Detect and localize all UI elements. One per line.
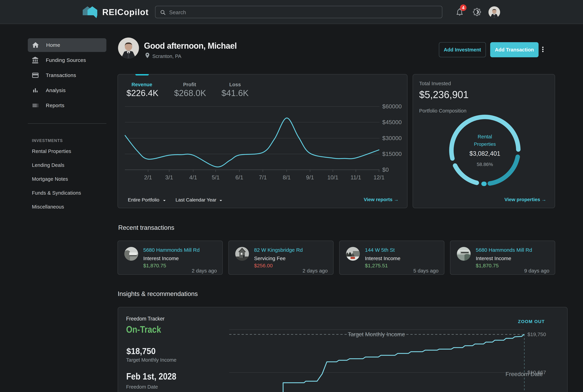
svg-text:$3,082,401: $3,082,401 bbox=[469, 150, 500, 157]
svg-text:$30000: $30000 bbox=[382, 135, 402, 141]
svg-text:4/1: 4/1 bbox=[189, 174, 197, 180]
svg-text:10/1: 10/1 bbox=[327, 174, 338, 180]
svg-text:2/1: 2/1 bbox=[144, 174, 152, 180]
svg-text:Target Monthly Income: Target Monthly Income bbox=[348, 331, 405, 338]
svg-text:$45000: $45000 bbox=[382, 119, 402, 125]
svg-text:$19,750: $19,750 bbox=[527, 332, 546, 337]
svg-text:8/1: 8/1 bbox=[283, 174, 291, 180]
svg-text:Freedom Date: Freedom Date bbox=[505, 371, 543, 377]
svg-text:12/1: 12/1 bbox=[373, 174, 384, 180]
svg-text:Properties: Properties bbox=[474, 142, 496, 147]
svg-text:5/1: 5/1 bbox=[212, 174, 220, 180]
svg-text:$15000: $15000 bbox=[382, 150, 402, 157]
svg-text:58.86%: 58.86% bbox=[477, 162, 493, 167]
svg-text:3/1: 3/1 bbox=[165, 174, 173, 180]
svg-text:Rental: Rental bbox=[478, 134, 492, 140]
svg-text:9/1: 9/1 bbox=[306, 174, 314, 180]
svg-text:$60000: $60000 bbox=[382, 103, 402, 110]
svg-text:7/1: 7/1 bbox=[259, 174, 267, 180]
svg-text:6/1: 6/1 bbox=[235, 174, 243, 180]
svg-text:$0: $0 bbox=[382, 166, 389, 173]
svg-text:11/1: 11/1 bbox=[350, 174, 361, 180]
